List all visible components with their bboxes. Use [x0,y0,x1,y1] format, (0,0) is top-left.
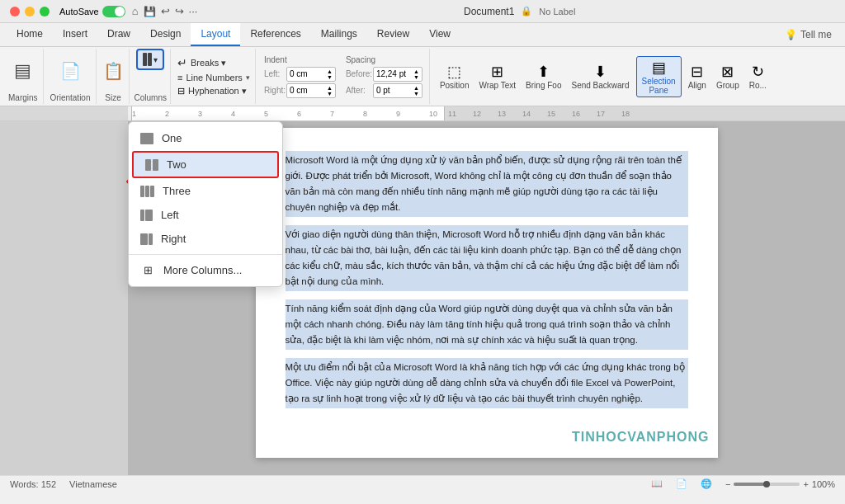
spacing-before-down[interactable]: ▼ [413,74,419,80]
position-label: Position [440,81,470,90]
columns-button[interactable]: ▾ [136,49,164,70]
autosave-switch[interactable] [102,6,125,17]
undo-icon[interactable]: ↩ [161,5,170,17]
zoom-out-button[interactable]: − [725,479,730,489]
tab-insert[interactable]: Insert [53,23,97,46]
align-label: Align [688,81,706,90]
menu-item-more-columns[interactable]: ⊞ More Columns... [129,258,282,282]
more-icon[interactable]: ··· [189,5,198,17]
tab-home[interactable]: Home [7,23,53,46]
spacing-after-value: 0 pt [376,86,390,95]
breaks-label: Breaks ▾ [191,58,226,68]
indent-right-value: 0 cm [290,86,308,95]
indent-right-input[interactable]: 0 cm ▲ ▼ [286,83,336,98]
columns-dropdown-arrow: ▾ [153,55,158,64]
rotate-button[interactable]: ↻ Ro... [746,61,770,92]
indent-left-down[interactable]: ▼ [327,74,333,80]
save-icon[interactable]: 💾 [144,6,156,17]
margins-button[interactable]: ▤ [14,49,31,93]
tab-design[interactable]: Design [140,23,191,46]
indent-right-up[interactable]: ▲ [327,85,333,91]
spacing-after-input[interactable]: 0 pt ▲ ▼ [373,83,422,98]
spacing-before-input[interactable]: 12,24 pt ▲ ▼ [373,67,422,82]
ruler: 1 2 3 4 5 6 7 8 9 10 11 12 13 14 15 16 1… [0,106,845,121]
indent-left-up[interactable]: ▲ [327,68,333,74]
ruler-white-area: 1 2 3 4 5 6 7 8 9 10 [131,106,445,120]
spacing-after-up[interactable]: ▲ [413,85,419,91]
orientation-icon: 📄 [60,61,81,81]
spacing-title: Spacing [346,55,422,64]
menu-item-three[interactable]: Three [129,179,282,203]
toolbar-icons: ⌂ 💾 ↩ ↪ ··· [132,5,198,17]
dropdown-divider [129,254,282,255]
size-button[interactable]: 📋 [103,49,124,93]
menu-item-more-columns-label: More Columns... [163,264,242,276]
redo-icon[interactable]: ↪ [175,5,184,17]
tab-layout[interactable]: Layout [191,23,240,46]
hyphenation-button[interactable]: ⊟ Hyphenation ▾ [177,86,250,97]
ribbon-group-indent-spacing: Indent Left: 0 cm ▲ ▼ Right: 0 cm [257,49,430,104]
para-2: Với giao diện người dùng thân thiện, Mic… [286,225,688,291]
lightbulb-icon: 💡 [785,29,797,40]
zoom-slider[interactable] [734,483,800,486]
zoom-in-button[interactable]: + [803,479,808,489]
bring-forward-button[interactable]: ⬆ Bring Foo [522,61,564,92]
status-bar: Words: 152 Vietnamese 📖 📄 🌐 − + 100% [0,475,845,492]
indent-section: Indent Left: 0 cm ▲ ▼ Right: 0 cm [264,55,336,98]
spacing-section: Spacing Before: 12,24 pt ▲ ▼ After: 0 pt [346,55,422,98]
spacing-before-up[interactable]: ▲ [413,68,419,74]
spacing-after-spinners: ▲ ▼ [413,85,419,97]
indent-right-label: Right: [264,86,284,95]
ribbon-group-size: 📋 Size [98,49,130,104]
home-icon[interactable]: ⌂ [132,5,139,17]
left-col-icon [140,210,153,221]
indent-right-down[interactable]: ▼ [327,91,333,97]
close-button[interactable] [10,7,20,16]
align-button[interactable]: ⊟ Align [685,61,710,92]
breaks-button[interactable]: ↵ Breaks ▾ [177,56,250,69]
orientation-button[interactable]: 📄 [60,49,81,93]
menu-item-left[interactable]: Left [129,203,282,227]
line-numbers-button[interactable]: ≡ Line Numbers ▾ [177,73,250,82]
view-web-icon[interactable]: 🌐 [701,478,712,489]
ruler-main: 1 2 3 4 5 6 7 8 9 10 11 12 13 14 15 16 1… [128,106,845,120]
tab-mailings[interactable]: Mailings [311,23,367,46]
position-button[interactable]: ⬚ Position [437,61,473,92]
line-numbers-arrow: ▾ [246,73,250,82]
wrap-text-button[interactable]: ⊞ Wrap Text [475,61,519,92]
indent-left-value: 0 cm [290,69,308,78]
view-print-icon[interactable]: 📄 [676,478,687,489]
ribbon-group-orientation: 📄 Orientation [45,49,97,104]
hyphenation-icon: ⊟ [177,86,185,97]
columns-dropdown: One Two Three [128,121,283,287]
rotate-icon: ↻ [752,63,764,81]
indent-left-input[interactable]: 0 cm ▲ ▼ [286,67,336,82]
menu-item-right[interactable]: Right [129,227,282,251]
group-button[interactable]: ⊠ Group [713,61,743,92]
ribbon-group-margins: ▤ Margins [3,49,44,104]
tab-review[interactable]: Review [367,23,419,46]
send-backward-button[interactable]: ⬇ Send Backward [568,61,632,92]
minimize-button[interactable] [25,7,35,16]
spacing-after-down[interactable]: ▼ [413,91,419,97]
spacing-before-label: Before: [346,69,371,78]
indent-left-spinners: ▲ ▼ [327,68,333,80]
tab-references[interactable]: References [240,23,310,46]
autosave-toggle[interactable]: AutoSave [59,6,125,17]
menu-item-two[interactable]: Two [132,151,279,178]
left-margin-bar: ➜ [0,121,128,475]
selection-pane-button[interactable]: ▤ SelectionPane [636,56,682,97]
selection-pane-icon: ▤ [652,59,666,77]
tab-view[interactable]: View [419,23,460,46]
spacing-after-row: After: 0 pt ▲ ▼ [346,83,422,98]
position-icon: ⬚ [447,63,461,81]
menu-item-one[interactable]: One [129,126,282,150]
ribbon-group-breaks: ↵ Breaks ▾ ≡ Line Numbers ▾ ⊟ Hyphenatio… [172,49,256,104]
word-count: Words: 152 [10,479,56,489]
wrap-text-icon: ⊞ [491,63,503,81]
tell-me-box[interactable]: 💡 Tell me [778,23,838,46]
spacing-before-value: 12,24 pt [376,69,406,78]
view-read-icon[interactable]: 📖 [651,478,663,489]
maximize-button[interactable] [40,7,50,16]
tab-draw[interactable]: Draw [97,23,140,46]
